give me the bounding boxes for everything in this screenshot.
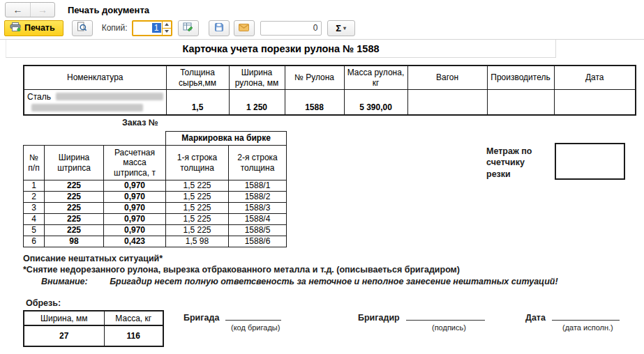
col-header: Производитель — [487, 66, 554, 90]
copies-value[interactable]: 1 — [152, 23, 161, 33]
roll-width-cell: 1 250 — [229, 90, 285, 115]
sigma-icon: Σ — [336, 23, 341, 33]
chevron-down-icon: ▾ — [343, 25, 346, 31]
producer-cell — [487, 90, 554, 115]
save-icon — [214, 22, 224, 34]
copies-spinner[interactable]: 1 — [132, 20, 172, 36]
sum-button[interactable]: Σ ▾ — [327, 20, 355, 36]
spin-down-button[interactable] — [163, 28, 171, 35]
col-header: Ширина штрипса — [45, 146, 104, 180]
strips-row: 4 225 0,970 1,5 225 1588/4 — [24, 214, 287, 225]
wagon-cell — [407, 90, 487, 115]
strips-row: 3 225 0,970 1,5 225 1588/3 — [24, 203, 287, 214]
attention-text: Бригадир несет полную ответсвеность за н… — [110, 277, 557, 286]
print-button[interactable]: Печать — [4, 20, 63, 36]
col-header: Ширина рулона, мм — [229, 66, 285, 90]
date-cell — [554, 90, 636, 115]
col-header: Номенклатура — [24, 66, 166, 90]
brigade-signature-line — [225, 311, 281, 321]
print-preview-area: Карточка учета порезки рулона № 1588 Ном… — [0, 40, 644, 354]
meter-counter-box — [555, 143, 625, 180]
strips-row: 5 225 0,970 1,5 225 1588/5 — [24, 225, 287, 236]
spin-up-button[interactable] — [163, 22, 171, 28]
back-button[interactable]: ← — [6, 3, 30, 17]
notes-footnote: *Снятие недорезанного рулона, вырезка от… — [23, 265, 460, 275]
redacted-text — [31, 104, 143, 111]
marking-group-header: Маркировка на бирке — [166, 132, 287, 146]
notes-heading: Описание нештатных ситуаций* — [23, 254, 163, 263]
printer-icon — [10, 22, 21, 33]
mail-button[interactable] — [234, 20, 255, 36]
order-number-label: Заказ № — [122, 118, 158, 128]
brigade-hint: (код бригады) — [231, 323, 280, 332]
col-header: Расчетная масса штрипса, т — [104, 146, 166, 180]
strips-header-row: № п/п Ширина штрипса Расчетная масса штр… — [24, 146, 287, 180]
brigade-label: Бригада — [184, 313, 219, 323]
window-title: Печать документа — [68, 5, 149, 15]
col-header: Масса рулона, кг — [344, 66, 407, 90]
foreman-hint: (подпись) — [432, 323, 466, 332]
date-label: Дата — [525, 313, 546, 323]
scrap-label: Обрезь: — [26, 298, 61, 308]
preview-button[interactable] — [72, 20, 93, 36]
col-header: 2-я строка толщина — [229, 146, 287, 180]
page-setup-button[interactable] — [178, 20, 199, 36]
preview-icon — [77, 22, 87, 34]
foreman-label: Бригадир — [358, 313, 400, 323]
strips-row: 1 225 0,970 1,5 225 1588/1 — [24, 180, 287, 192]
strips-table: Маркировка на бирке № п/п Ширина штрипса… — [23, 131, 287, 247]
date-hint: (дата исполн.) — [562, 323, 613, 332]
date-signature: Дата (дата исполн.) — [525, 311, 620, 323]
attention-line: Внимание: Бригадир несет полную ответсве… — [41, 277, 558, 286]
sum-field[interactable] — [260, 21, 322, 36]
foreman-signature-line — [406, 311, 485, 321]
date-signature-line — [552, 311, 620, 321]
foreman-signature: Бригадир (подпись) — [358, 311, 485, 323]
roll-info-table: Номенклатура Толщина сырья,мм Ширина рул… — [23, 65, 636, 116]
col-header: Масса, кг — [104, 311, 163, 325]
nav-buttons: ← → — [5, 2, 55, 17]
strips-group-header-row: Маркировка на бирке — [24, 132, 287, 146]
roll-info-header-row: Номенклатура Толщина сырья,мм Ширина рул… — [24, 66, 636, 90]
page-setup-icon — [183, 22, 193, 34]
col-header: 1-я строка толщина — [166, 146, 229, 180]
nomenclature-cell: Сталь — [24, 90, 166, 115]
col-header: Дата — [554, 66, 636, 90]
col-header: Вагон — [407, 66, 487, 90]
copies-label: Копий: — [102, 23, 128, 33]
scrap-data-row: 27 116 — [24, 325, 163, 346]
document-title: Карточка учета порезки рулона № 1588 — [6, 40, 556, 58]
print-button-label: Печать — [24, 23, 55, 33]
scrap-width-cell: 27 — [24, 325, 104, 346]
window-header: ← → Печать документа Печать Копий: 1 — [0, 0, 644, 40]
toolbar: Печать Копий: 1 Σ ▾ — [0, 19, 644, 39]
roll-mass-cell: 5 390,00 — [344, 90, 407, 115]
scrap-mass-cell: 116 — [104, 325, 163, 346]
roll-info-data-row: Сталь 1,5 1 250 1588 5 390,00 — [24, 90, 636, 115]
col-header: Толщина сырья,мм — [166, 66, 229, 90]
strips-row: 6 98 0,423 1,5 98 1588/6 — [24, 236, 287, 247]
save-button[interactable] — [209, 20, 230, 36]
brigade-signature: Бригада (код бригады) — [184, 311, 281, 323]
thickness-cell: 1,5 — [166, 90, 229, 115]
scrap-table: Ширина, мм Масса, кг 27 116 — [23, 310, 164, 347]
roll-number-cell: 1588 — [285, 90, 344, 115]
col-header: № Рулона — [285, 66, 344, 90]
col-header: Ширина, мм — [24, 311, 104, 325]
col-header: № п/п — [24, 146, 45, 180]
attention-label: Внимание: — [41, 277, 88, 286]
scrap-header-row: Ширина, мм Масса, кг — [24, 311, 163, 325]
forward-button[interactable]: → — [30, 3, 54, 17]
redacted-text — [56, 93, 163, 100]
strips-row: 2 225 0,970 1,5 225 1588/2 — [24, 192, 287, 203]
meter-counter-label: Метраж по счетчику резки — [486, 146, 551, 180]
mail-icon — [239, 23, 249, 33]
